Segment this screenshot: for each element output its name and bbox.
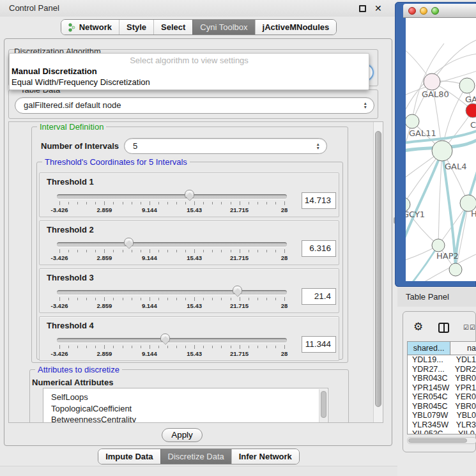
tick-label: 9.144 xyxy=(142,350,157,357)
slider-tick-labels: -3.4262.8599.14415.4321.71528 xyxy=(57,206,287,213)
node-table[interactable]: shared... na YDL19...YDL1YDR27...YDR2YBR… xyxy=(407,341,476,434)
tick-mark xyxy=(185,298,186,300)
table-horizontal-scrollbar[interactable] xyxy=(407,437,476,444)
apply-button[interactable]: Apply xyxy=(162,428,203,442)
table-row[interactable]: YPR145WYPR1 xyxy=(408,383,476,393)
settings-scroll-pane: Interval Definition Number of Intervals … xyxy=(8,121,383,423)
number-of-intervals-spinner[interactable]: 5 ▲ ▼ xyxy=(124,138,327,154)
tick-mark xyxy=(158,250,159,252)
zoom-window-icon[interactable] xyxy=(431,7,439,15)
slider-ticks xyxy=(57,201,287,206)
slider-thumb[interactable] xyxy=(160,334,170,342)
threshold-panel-2: Threshold 2-3.4262.8599.14415.4321.71528… xyxy=(39,220,339,265)
list-item-betweennesscentrality[interactable]: BetweennessCentrality xyxy=(51,414,328,423)
tick-mark xyxy=(284,249,285,253)
tick-mark xyxy=(194,249,195,253)
slider-track[interactable] xyxy=(57,242,287,247)
threshold-value-field[interactable]: 14.713 xyxy=(302,192,336,209)
float-panel-icon[interactable] xyxy=(359,5,366,12)
slider-track[interactable] xyxy=(57,290,287,295)
network-node-hap2[interactable] xyxy=(432,239,445,252)
table-data-combobox[interactable]: galFiltered.sif default node ▲ ▼ xyxy=(15,97,374,114)
slider-ticks xyxy=(57,297,287,302)
algorithm-option-equal-width-frequency-discretization[interactable]: Equal Width/Frequency Discretization xyxy=(10,77,369,88)
slider-track[interactable] xyxy=(57,194,287,199)
tab-discretize-data[interactable]: Discretize Data xyxy=(160,449,231,464)
table-row[interactable]: YIL052CYIL0 xyxy=(408,429,476,434)
cell-name: YLR3 xyxy=(451,420,476,430)
tab-jactivemnodules[interactable]: jActiveMNodules xyxy=(255,20,337,35)
control-panel-titlebar: Control Panel ✕ xyxy=(0,0,397,17)
network-node-gal80[interactable] xyxy=(424,73,440,90)
list-item-selfloops[interactable]: SelfLoops xyxy=(51,392,328,403)
list-scrollbar-thumb[interactable] xyxy=(321,391,326,418)
close-window-icon[interactable] xyxy=(408,7,416,15)
tick-mark xyxy=(275,250,276,252)
tab-select[interactable]: Select xyxy=(153,20,192,35)
node-label-gal4: GAL4 xyxy=(445,162,466,171)
algorithm-option-manual-discretization[interactable]: Manual Discretization xyxy=(10,66,369,77)
threshold-label: Threshold 2 xyxy=(47,225,94,234)
tick-label: -3.426 xyxy=(51,350,68,357)
tick-label: 21.715 xyxy=(230,254,249,261)
slider-thumb[interactable] xyxy=(185,190,194,198)
list-item-topologicalcoefficient[interactable]: TopologicalCoefficient xyxy=(51,403,328,415)
spinner-stepper-icon[interactable]: ▲ ▼ xyxy=(316,139,320,153)
tab-infer-network[interactable]: Infer Network xyxy=(231,449,299,464)
table-row[interactable]: YER054CYER0 xyxy=(408,392,476,402)
tick-mark xyxy=(95,298,96,300)
cell-shared-name: YBR045C xyxy=(408,402,450,411)
combo-stepper-icon[interactable]: ▲ ▼ xyxy=(364,98,367,113)
table-header-row: shared... na xyxy=(408,342,476,355)
hscrollbar-thumb[interactable] xyxy=(408,438,467,443)
columns-icon[interactable] xyxy=(438,323,449,333)
tick-mark xyxy=(77,202,78,204)
checkboxes-icon[interactable]: ☑☑ xyxy=(463,324,476,331)
table-row[interactable]: YBR043CYBR0 xyxy=(408,374,476,383)
node-label-hap2: HAP2 xyxy=(436,251,459,261)
slider-track[interactable] xyxy=(57,338,287,342)
network-node-ga[interactable] xyxy=(459,78,475,93)
network-node-gal11[interactable] xyxy=(406,114,419,128)
column-header-name[interactable]: na xyxy=(450,342,476,355)
threshold-value-field[interactable]: 21.4 xyxy=(302,288,336,305)
table-row[interactable]: YLR345WYLR3 xyxy=(408,420,476,430)
tab-impute-data[interactable]: Impute Data xyxy=(98,449,160,464)
close-icon[interactable]: ✕ xyxy=(374,3,382,14)
tab-label: Cyni Toolbox xyxy=(200,22,247,32)
column-header-shared-name[interactable]: shared... xyxy=(408,342,450,355)
node-label-gal11: GAL11 xyxy=(409,128,436,138)
tick-mark xyxy=(257,298,258,300)
tab-style[interactable]: Style xyxy=(119,20,153,35)
tick-label: 28 xyxy=(281,254,288,261)
network-node-gal4[interactable] xyxy=(432,141,452,161)
tick-mark xyxy=(176,202,177,204)
list-scrollbar[interactable] xyxy=(319,389,327,423)
slider-thumb[interactable] xyxy=(124,238,134,246)
numerical-attributes-list[interactable]: SelfLoopsTopologicalCoefficientBetweenne… xyxy=(43,388,328,423)
table-data-group: Table Data galFiltered.sif default node … xyxy=(8,89,378,119)
threshold-value-field[interactable]: 6.316 xyxy=(302,240,336,257)
gear-icon[interactable]: ⚙ xyxy=(413,321,423,332)
panel-title: Control Panel xyxy=(9,0,59,17)
algorithm-dropdown-popup: Select algorithm to view settings Manual… xyxy=(9,53,369,90)
minimize-window-icon[interactable] xyxy=(420,7,427,15)
tick-label: 2.859 xyxy=(97,350,112,357)
scroll-pane-scrollbar[interactable] xyxy=(373,122,383,422)
slider-tick-labels: -3.4262.8599.14415.4321.71528 xyxy=(57,350,287,357)
table-row[interactable]: YBL079WYBL0 xyxy=(408,411,476,420)
slider-thumb[interactable] xyxy=(233,286,242,294)
table-row[interactable]: YBR045CYBR0 xyxy=(408,402,476,411)
tab-network[interactable]: Network xyxy=(61,20,119,35)
scrollbar-thumb[interactable] xyxy=(375,131,381,407)
table-row[interactable]: YDR27...YDR2 xyxy=(408,365,476,374)
tick-mark xyxy=(275,298,276,300)
tick-mark xyxy=(59,297,60,301)
network-node[interactable] xyxy=(449,263,462,276)
cyni-bottom-tab-row: Impute DataDiscretize DataInfer Network xyxy=(0,449,397,464)
table-row[interactable]: YDL19...YDL1 xyxy=(408,355,476,365)
tab-cyni-toolbox[interactable]: Cyni Toolbox xyxy=(192,20,254,35)
tick-label: 28 xyxy=(281,350,288,357)
network-canvas[interactable]: GAL80GACGAL11GAL4GCY1HHAP2 xyxy=(406,18,476,281)
threshold-value-field[interactable]: 11.344 xyxy=(302,336,336,353)
